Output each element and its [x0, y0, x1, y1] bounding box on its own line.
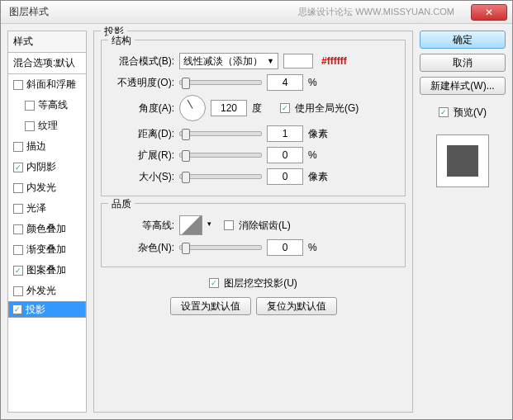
antialias-checkbox[interactable]	[224, 220, 234, 230]
contour-label: 等高线:	[108, 219, 174, 233]
effect-label: 内发光	[26, 181, 56, 195]
knockout-checkbox[interactable]: ✓	[209, 278, 219, 288]
effect-label: 颜色叠加	[26, 222, 66, 236]
ok-button[interactable]: 确定	[420, 31, 506, 49]
opacity-unit: %	[308, 77, 331, 88]
blend-mode-label: 混合模式(B):	[108, 54, 174, 68]
preview-checkbox[interactable]: ✓	[439, 107, 449, 117]
noise-input[interactable]	[267, 239, 303, 256]
close-button[interactable]: ✕	[471, 4, 507, 21]
contour-picker[interactable]	[179, 215, 202, 235]
global-light-checkbox[interactable]: ✓	[280, 103, 290, 113]
spread-unit: %	[308, 149, 331, 161]
effect-label: 描边	[26, 139, 46, 153]
effect-item[interactable]: 纹理	[8, 116, 86, 136]
styles-sidebar: 样式 混合选项:默认 斜面和浮雕等高线纹理描边✓内阴影内发光光泽颜色叠加渐变叠加…	[7, 31, 87, 413]
opacity-slider[interactable]	[179, 80, 262, 85]
size-input[interactable]	[267, 168, 303, 185]
effect-item[interactable]: 斜面和浮雕	[8, 74, 86, 95]
effect-checkbox[interactable]	[13, 286, 23, 296]
size-label: 大小(S):	[108, 170, 174, 184]
angle-dial[interactable]	[179, 95, 206, 121]
quality-group: 品质 等高线: 消除锯齿(L) 杂色(N): %	[101, 203, 406, 267]
sidebar-blend-options[interactable]: 混合选项:默认	[7, 53, 87, 74]
sidebar-header[interactable]: 样式	[7, 31, 87, 53]
structure-group: 结构 混合模式(B): 线性减淡（添加） #ffffff 不透明度(O): %	[101, 40, 406, 196]
effect-label: 渐变叠加	[26, 243, 66, 257]
preview-label: 预览(V)	[454, 106, 487, 120]
effect-item[interactable]: ✓内阴影	[8, 157, 86, 177]
size-slider[interactable]	[179, 174, 262, 179]
distance-label: 距离(D):	[108, 127, 174, 141]
knockout-label: 图层挖空投影(U)	[224, 276, 297, 290]
size-unit: 像素	[308, 170, 331, 184]
effect-checkbox[interactable]	[13, 245, 23, 255]
effect-checkbox[interactable]: ✓	[13, 266, 23, 276]
effect-label: 投影	[26, 303, 45, 317]
effect-item[interactable]: 描边	[8, 136, 86, 157]
effect-label: 内阴影	[26, 160, 56, 174]
effect-checkbox[interactable]: ✓	[12, 304, 22, 314]
effect-item[interactable]: 内发光	[8, 177, 86, 198]
opacity-input[interactable]	[267, 74, 303, 91]
noise-label: 杂色(N):	[108, 241, 174, 255]
effect-item[interactable]: 等高线	[8, 95, 86, 116]
effect-checkbox[interactable]	[25, 121, 35, 131]
effect-label: 光泽	[26, 201, 46, 215]
spread-slider[interactable]	[179, 153, 262, 158]
angle-input[interactable]	[211, 100, 247, 116]
panel-outer: 投影 结构 混合模式(B): 线性减淡（添加） #ffffff 不透明度(O):…	[93, 31, 413, 413]
distance-slider[interactable]	[179, 131, 262, 136]
effect-label: 斜面和浮雕	[26, 78, 76, 92]
antialias-label: 消除锯齿(L)	[239, 219, 291, 233]
effect-checkbox[interactable]	[13, 183, 23, 193]
right-panel: 确定 取消 新建样式(W)... ✓ 预览(V)	[420, 31, 506, 413]
effect-item[interactable]: 外发光	[8, 281, 86, 301]
effect-checkbox[interactable]	[25, 101, 35, 111]
titlebar[interactable]: 图层样式 思缘设计论坛 WWW.MISSYUAN.COM ✕	[1, 1, 512, 24]
new-style-button[interactable]: 新建样式(W)...	[420, 77, 506, 95]
effect-label: 外发光	[26, 284, 56, 298]
effect-item[interactable]: 颜色叠加	[8, 219, 86, 239]
quality-title: 品质	[108, 197, 135, 211]
set-default-button[interactable]: 设置为默认值	[170, 297, 251, 315]
preview-box	[436, 134, 489, 187]
angle-unit: 度	[252, 101, 275, 116]
structure-title: 结构	[108, 34, 135, 48]
effect-item[interactable]: 渐变叠加	[8, 239, 86, 260]
dialog-body: 样式 混合选项:默认 斜面和浮雕等高线纹理描边✓内阴影内发光光泽颜色叠加渐变叠加…	[1, 24, 512, 419]
color-hex: #ffffff	[321, 55, 347, 67]
preview-swatch	[447, 145, 478, 177]
blend-mode-select[interactable]: 线性减淡（添加）	[179, 53, 278, 69]
effect-item[interactable]: ✓投影	[8, 301, 86, 318]
layer-style-dialog: 图层样式 思缘设计论坛 WWW.MISSYUAN.COM ✕ 样式 混合选项:默…	[0, 0, 513, 420]
effect-item[interactable]: 光泽	[8, 198, 86, 219]
noise-slider[interactable]	[179, 245, 262, 250]
opacity-label: 不透明度(O):	[108, 76, 174, 90]
effect-item[interactable]: ✓图案叠加	[8, 260, 86, 281]
distance-input[interactable]	[267, 125, 303, 142]
watermark: 思缘设计论坛 WWW.MISSYUAN.COM	[298, 6, 454, 18]
effect-checkbox[interactable]	[13, 224, 23, 234]
effect-checkbox[interactable]	[13, 204, 23, 214]
spread-label: 扩展(R):	[108, 149, 174, 163]
spread-input[interactable]	[267, 147, 303, 163]
close-icon: ✕	[485, 7, 493, 18]
noise-unit: %	[308, 242, 331, 253]
effect-panel: 投影 结构 混合模式(B): 线性减淡（添加） #ffffff 不透明度(O):…	[93, 31, 413, 413]
effect-label: 纹理	[38, 119, 58, 133]
angle-label: 角度(A):	[108, 101, 174, 116]
effect-label: 图案叠加	[26, 263, 66, 277]
cancel-button[interactable]: 取消	[420, 54, 506, 72]
reset-default-button[interactable]: 复位为默认值	[256, 297, 337, 315]
effect-checkbox[interactable]	[13, 80, 23, 90]
global-light-label: 使用全局光(G)	[295, 101, 359, 116]
effect-checkbox[interactable]: ✓	[13, 163, 23, 172]
effects-list: 斜面和浮雕等高线纹理描边✓内阴影内发光光泽颜色叠加渐变叠加✓图案叠加外发光✓投影	[7, 74, 87, 413]
distance-unit: 像素	[308, 127, 331, 141]
effect-checkbox[interactable]	[13, 142, 23, 152]
effect-label: 等高线	[38, 98, 68, 112]
color-swatch[interactable]	[283, 54, 313, 68]
